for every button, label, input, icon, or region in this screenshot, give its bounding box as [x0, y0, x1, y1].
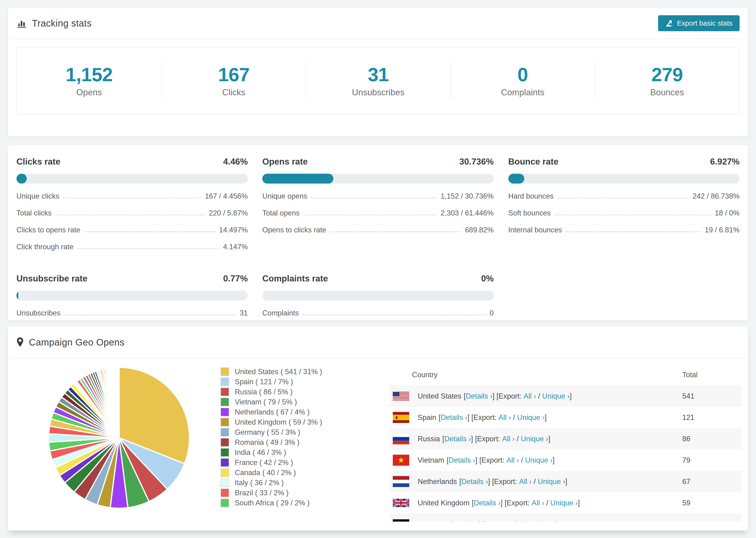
unsubscribe-rate-section: Unsubscribe rate 0.77% Unsubscribes31 — [17, 269, 248, 317]
clicks-rate-title: Clicks rate — [17, 157, 60, 167]
legend-swatch — [220, 367, 229, 376]
details-link[interactable]: Details › — [444, 435, 471, 443]
flag-netherlands — [393, 476, 409, 487]
stat-row: Hard bounces242 / 86.738% — [508, 192, 739, 200]
stat-row: Total opens2,303 / 61.446% — [262, 209, 494, 217]
stat-opens: 1,152 Opens — [17, 62, 161, 100]
export-unique-link[interactable]: Unique › — [521, 435, 548, 443]
legend-item: Russia ( 86 / 5% ) — [220, 387, 322, 397]
clicks-rate-bar — [17, 174, 248, 184]
legend-item: Vietnam ( 79 / 5% ) — [220, 397, 322, 407]
legend-item: Spain ( 121 / 7% ) — [220, 377, 322, 387]
opens-rate-value: 30.736% — [459, 157, 494, 167]
total-value: 55 — [682, 520, 741, 522]
export-button-label: Export basic stats — [677, 19, 732, 27]
stat-row: Unique opens1,152 / 30.736% — [262, 192, 494, 200]
total-value: 59 — [682, 499, 741, 507]
table-row: United Kingdom[Details ›] [Export: All ›… — [390, 492, 741, 513]
stat-row: Unique clicks167 / 4.456% — [17, 192, 248, 200]
opens-rate-bar — [262, 174, 494, 184]
export-unique-link[interactable]: Unique › — [528, 520, 556, 522]
stat-row: Clicks to opens rate14.497% — [17, 226, 248, 234]
export-basic-stats-button[interactable]: Export basic stats — [658, 15, 739, 31]
export-unique-link[interactable]: Unique › — [538, 477, 565, 486]
stat-bounces-label: Bounces — [595, 87, 739, 97]
stat-row: Click through rate4.147% — [17, 243, 248, 251]
tracking-stats-card: Tracking stats Export basic stats 1,152 … — [8, 8, 748, 136]
geo-header: Campaign Geo Opens — [8, 326, 748, 359]
clicks-rate-value: 4.46% — [223, 157, 248, 167]
legend-swatch — [220, 398, 229, 406]
legend-swatch — [220, 478, 229, 487]
legend-swatch — [220, 499, 229, 507]
export-all-link[interactable]: All › — [532, 499, 544, 507]
export-unique-link[interactable]: Unique › — [550, 499, 578, 507]
column-header-total: Total — [682, 371, 741, 379]
export-all-link[interactable]: All › — [523, 392, 536, 401]
legend-swatch — [220, 408, 229, 416]
total-value: 67 — [682, 477, 741, 486]
geo-table: Country Total United States[Details ›] [… — [390, 364, 741, 521]
stat-row: Internal bounces19 / 6.81% — [508, 226, 739, 234]
legend-item: Germany ( 55 / 3% ) — [220, 427, 322, 437]
details-link[interactable]: Details › — [466, 392, 493, 401]
table-row: Germany[Details ›] [Export: All › / Uniq… — [390, 513, 741, 521]
export-all-link[interactable]: All › — [502, 435, 514, 443]
legend-item: United Kingdom ( 59 / 3% ) — [220, 417, 322, 427]
details-link[interactable]: Details › — [474, 499, 501, 507]
export-all-link[interactable]: All › — [510, 520, 522, 522]
opens-rate-title: Opens rate — [262, 157, 307, 167]
export-unique-link[interactable]: Unique › — [542, 392, 569, 401]
export-icon — [665, 19, 673, 27]
stat-row: Complaints0 — [262, 309, 494, 317]
legend-swatch — [220, 388, 229, 396]
flag-russia — [393, 433, 409, 444]
complaints-rate-title: Complaints rate — [262, 274, 328, 284]
table-row: United States[Details ›] [Export: All › … — [390, 385, 741, 407]
tracking-stats-title-text: Tracking stats — [32, 18, 91, 28]
stat-clicks-label: Clicks — [162, 87, 306, 97]
legend-item: France ( 42 / 2% ) — [220, 457, 322, 467]
stat-complaints-label: Complaints — [451, 87, 595, 97]
table-row: Netherlands[Details ›] [Export: All › / … — [390, 471, 741, 492]
total-value: 86 — [682, 435, 741, 443]
legend-item: South Africa ( 29 / 2% ) — [220, 498, 322, 508]
legend-swatch — [220, 438, 229, 447]
legend-swatch — [220, 377, 229, 386]
complaints-rate-section: Complaints rate 0% Complaints0 — [262, 269, 494, 317]
details-link[interactable]: Details › — [441, 413, 467, 422]
export-all-link[interactable]: All › — [499, 413, 511, 422]
stat-opens-value: 1,152 — [17, 65, 161, 85]
flag-germany — [393, 519, 409, 521]
unsubscribe-rate-bar — [17, 291, 248, 300]
legend-item: United States ( 541 / 31% ) — [220, 367, 322, 377]
total-value: 79 — [682, 456, 741, 464]
legend-item: India ( 46 / 3% ) — [220, 447, 322, 457]
legend-swatch — [220, 468, 229, 477]
unsubscribe-rate-title: Unsubscribe rate — [17, 274, 87, 284]
opens-rate-section: Opens rate 30.736% Unique opens1,152 / 3… — [262, 152, 494, 251]
bounce-rate-title: Bounce rate — [508, 157, 559, 167]
legend-swatch — [220, 428, 229, 437]
bounce-rate-section: Bounce rate 6.927% Hard bounces242 / 86.… — [508, 152, 739, 251]
export-unique-link[interactable]: Unique › — [525, 456, 553, 464]
map-marker-icon — [17, 337, 24, 347]
stat-unsubscribes-label: Unsubscribes — [306, 87, 450, 97]
geo-title: Campaign Geo Opens — [17, 337, 125, 348]
stat-unsubscribes-value: 31 — [306, 65, 450, 85]
export-unique-link[interactable]: Unique › — [517, 413, 545, 422]
stat-row: Total clicks220 / 5.87% — [17, 209, 248, 217]
table-row: Spain[Details ›] [Export: All › / Unique… — [390, 407, 741, 428]
export-all-link[interactable]: All › — [519, 477, 531, 486]
stat-clicks: 167 Clicks — [161, 62, 306, 100]
details-link[interactable]: Details › — [449, 456, 475, 464]
flag-united-states — [393, 391, 409, 402]
bounce-rate-value: 6.927% — [710, 157, 739, 167]
legend-swatch — [220, 448, 229, 457]
legend-item: Italy ( 36 / 2% ) — [220, 478, 322, 488]
details-link[interactable]: Details › — [452, 520, 479, 522]
table-row: Vietnam[Details ›] [Export: All › / Uniq… — [390, 450, 741, 471]
complaints-rate-bar — [262, 291, 494, 300]
details-link[interactable]: Details › — [461, 477, 488, 486]
export-all-link[interactable]: All › — [507, 456, 519, 464]
